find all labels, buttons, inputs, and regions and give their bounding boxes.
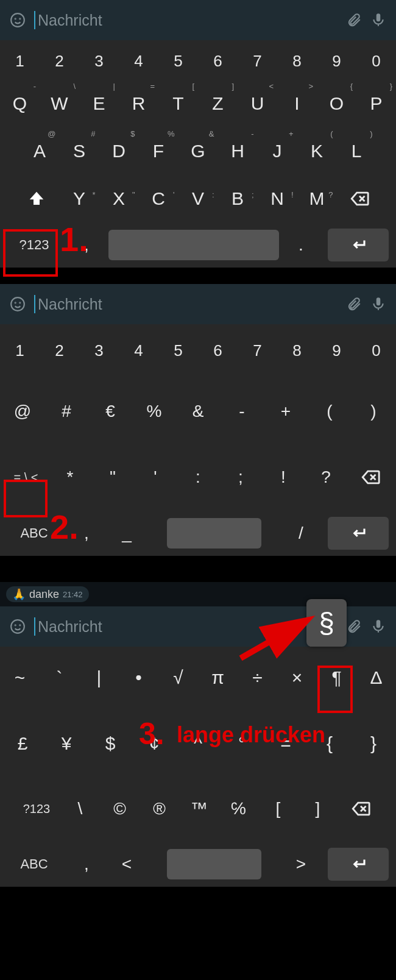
key-4[interactable]: 4 xyxy=(119,332,158,369)
key-?[interactable]: ? xyxy=(305,467,347,487)
period-key[interactable]: . xyxy=(283,226,319,264)
key-|[interactable]: | xyxy=(79,654,119,701)
key-o[interactable]: O{ xyxy=(317,80,356,127)
key-t[interactable]: T[ xyxy=(158,80,198,127)
key-c[interactable]: C' xyxy=(139,188,179,209)
key-•[interactable]: • xyxy=(119,654,158,701)
key-u[interactable]: U< xyxy=(238,80,277,127)
key-=[interactable]: = xyxy=(264,720,308,767)
key-q[interactable]: Q- xyxy=(0,80,40,127)
key-√[interactable]: √ xyxy=(158,654,198,701)
key-([interactable]: ( xyxy=(308,388,352,435)
key-3[interactable]: 3 xyxy=(79,42,119,80)
key-z[interactable]: Z] xyxy=(198,80,238,127)
message-input[interactable]: Nachricht xyxy=(34,295,338,313)
key-k[interactable]: K( xyxy=(297,127,337,175)
emoji-icon[interactable] xyxy=(10,296,26,312)
symbols-mode-key[interactable]: ?123 xyxy=(4,226,65,264)
key-~[interactable]: ~ xyxy=(0,654,40,701)
mic-icon[interactable] xyxy=(370,619,386,634)
key-δ[interactable]: Δ xyxy=(356,654,396,701)
key-7[interactable]: 7 xyxy=(238,332,277,369)
key-5[interactable]: 5 xyxy=(158,42,198,80)
symbols1-mode-key[interactable]: ?123 xyxy=(13,786,60,832)
key-@[interactable]: @ xyxy=(1,388,44,435)
slash-key[interactable]: / xyxy=(283,514,319,552)
comma-key[interactable]: , xyxy=(68,226,105,264)
key-^[interactable]: ^ xyxy=(176,720,220,767)
message-input[interactable]: Nachricht xyxy=(34,11,338,29)
key-a[interactable]: A@ xyxy=(20,127,60,175)
space-key[interactable] xyxy=(149,514,279,552)
key-2[interactable]: 2 xyxy=(40,42,79,80)
key-£[interactable]: £ xyxy=(1,720,44,767)
longpress-popup[interactable]: § xyxy=(306,599,347,647)
key-\[interactable]: \ xyxy=(60,799,100,818)
key-6[interactable]: 6 xyxy=(198,332,238,369)
message-input[interactable]: Nachricht xyxy=(34,617,338,636)
key-©[interactable]: © xyxy=(100,799,140,818)
key-¶[interactable]: ¶ xyxy=(317,654,356,701)
key-6[interactable]: 6 xyxy=(198,42,238,80)
backspace-key[interactable] xyxy=(337,175,383,222)
key-m[interactable]: M? xyxy=(297,188,337,209)
key-h[interactable]: H- xyxy=(218,127,258,175)
key-d[interactable]: D$ xyxy=(99,127,139,175)
key-1[interactable]: 1 xyxy=(0,42,40,80)
key-{[interactable]: { xyxy=(308,720,352,767)
key-÷[interactable]: ÷ xyxy=(238,654,277,701)
key-:[interactable]: : xyxy=(177,467,219,487)
shift-key[interactable] xyxy=(14,175,60,222)
key-2[interactable]: 2 xyxy=(40,332,79,369)
key-9[interactable]: 9 xyxy=(317,42,356,80)
key-x[interactable]: X" xyxy=(99,188,139,209)
key-*[interactable]: * xyxy=(49,467,91,487)
key-;[interactable]: ; xyxy=(219,467,262,487)
key-$[interactable]: $ xyxy=(88,720,132,767)
key-![interactable]: ! xyxy=(262,467,305,487)
key-&[interactable]: & xyxy=(176,388,220,435)
key-b[interactable]: B; xyxy=(218,188,258,209)
attach-icon[interactable] xyxy=(346,12,362,28)
key--[interactable]: - xyxy=(220,388,264,435)
enter-key[interactable] xyxy=(328,229,389,261)
enter-key[interactable] xyxy=(328,517,389,550)
key-7[interactable]: 7 xyxy=(238,42,277,80)
space-key[interactable] xyxy=(149,845,279,883)
key-π[interactable]: π xyxy=(198,654,238,701)
letters-mode-key[interactable]: ABC xyxy=(4,514,65,552)
key-y[interactable]: Y* xyxy=(60,188,99,209)
key-0[interactable]: 0 xyxy=(356,332,396,369)
key-e[interactable]: E| xyxy=(79,80,119,127)
key-j[interactable]: J+ xyxy=(258,127,297,175)
backspace-key[interactable] xyxy=(347,453,393,501)
backspace-key[interactable] xyxy=(338,786,383,832)
letters-mode-key[interactable]: ABC xyxy=(4,845,65,883)
key-f[interactable]: F% xyxy=(139,127,179,175)
attach-icon[interactable] xyxy=(346,619,362,634)
key-n[interactable]: N! xyxy=(258,188,297,209)
mic-icon[interactable] xyxy=(370,296,386,312)
key-][interactable]: ] xyxy=(298,799,338,818)
key-8[interactable]: 8 xyxy=(277,42,317,80)
key-i[interactable]: I> xyxy=(277,80,317,127)
key-p[interactable]: P} xyxy=(356,80,396,127)
key-1[interactable]: 1 xyxy=(0,332,40,369)
key-[[interactable]: [ xyxy=(258,799,298,818)
key-®[interactable]: ® xyxy=(140,799,179,818)
gt-key[interactable]: > xyxy=(283,845,319,883)
enter-key[interactable] xyxy=(328,848,389,881)
key-9[interactable]: 9 xyxy=(317,332,356,369)
key-×[interactable]: × xyxy=(277,654,317,701)
comma-key[interactable]: , xyxy=(68,514,105,552)
key-w[interactable]: W\ xyxy=(40,80,79,127)
key-0[interactable]: 0 xyxy=(356,42,396,80)
more-symbols-key[interactable]: = \ < xyxy=(3,453,49,501)
key-€[interactable]: € xyxy=(88,388,132,435)
key-5[interactable]: 5 xyxy=(158,332,198,369)
key-+[interactable]: + xyxy=(264,388,308,435)
lt-key[interactable]: < xyxy=(108,845,145,883)
key-°[interactable]: ° xyxy=(220,720,264,767)
key-l[interactable]: L) xyxy=(337,127,377,175)
key-¥[interactable]: ¥ xyxy=(44,720,88,767)
